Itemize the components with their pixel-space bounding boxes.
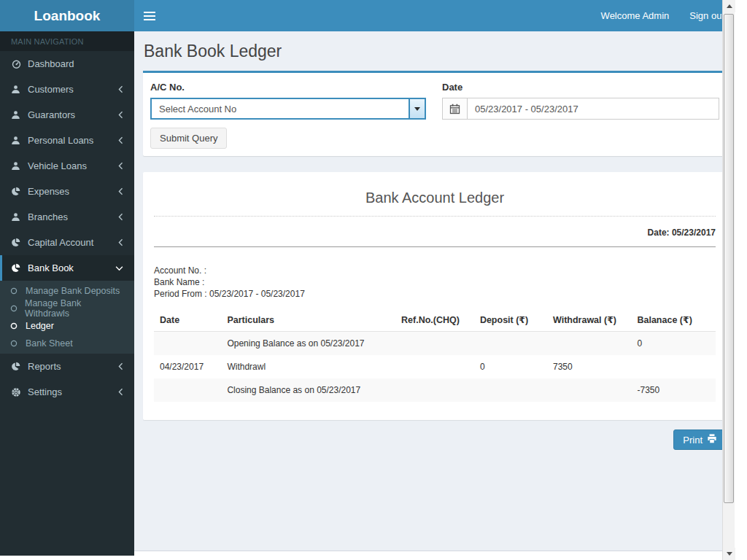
scrollbar-thumb[interactable] [724,14,734,503]
chevron-left-icon [118,187,123,195]
col-header-refno: Ref.No.(CHQ) [395,308,474,332]
scroll-down-arrow-icon[interactable] [723,548,735,560]
select-dropdown-button[interactable] [409,99,425,118]
account-no-label: A/C No. [150,82,426,93]
sidebar-item-personal-loans[interactable]: Personal Loans [0,128,134,153]
sidebar-item-label: Reports [28,361,118,372]
sidebar-item-capital-account[interactable]: Capital Account [0,230,134,255]
navbar-right: Welcome Admin Sign out [591,0,735,31]
sidebar-container: Loanbook MAIN NAVIGATION Dashboard Custo… [0,0,134,560]
sidebar-item-guarantors[interactable]: Guarantors [0,102,134,128]
sidebar-toggle-icon[interactable] [134,0,165,31]
sidebar-item-settings[interactable]: Settings [0,379,134,405]
vertical-scrollbar[interactable] [722,0,735,560]
report-title: Bank Account Ledger [154,190,716,206]
chevron-left-icon [118,111,123,119]
user-icon [11,212,28,222]
chevron-left-icon [118,238,123,246]
sidebar-item-label: Bank Book [28,262,115,273]
sidebar-item-manage-bank-withdrawls[interactable]: Manage Bank Withdrawls [0,300,134,317]
welcome-user-link[interactable]: Welcome Admin [591,0,680,31]
pie-chart-icon [11,263,28,273]
sidebar-item-vehicle-loans[interactable]: Vehicle Loans [0,153,134,179]
sidebar-section-header: MAIN NAVIGATION [0,31,134,51]
cell-deposit: 0 [474,355,547,378]
date-label: Date [442,82,719,93]
account-no-select[interactable]: Select Account No [150,98,426,120]
cell-balance: -7350 [631,378,716,402]
col-header-particulars: Particulars [221,308,395,332]
gauge-icon [11,59,28,69]
table-row: Opening Balance as on 05/23/2017 0 [154,332,716,356]
cell-withdrawal [547,378,632,402]
cell-date: 04/23/2017 [154,355,221,378]
report-date: Date: 05/23/2017 [154,228,716,238]
sidebar-item-label: Capital Account [28,237,118,248]
sidebar-item-label: Vehicle Loans [28,160,118,171]
gear-icon [11,387,28,397]
sidebar-item-label: Expenses [28,186,118,197]
sidebar-item-customers[interactable]: Customers [0,77,134,102]
sidebar-item-label: Dashboard [28,58,123,69]
sidebar-item-expenses[interactable]: Expenses [0,179,134,204]
submenu-item-label: Manage Bank Withdrawls [25,298,123,319]
sidebar-item-manage-bank-deposits[interactable]: Manage Bank Deposits [0,282,134,300]
cell-withdrawal [547,332,632,356]
cell-particulars: Withdrawl [221,355,395,378]
sidebar-item-ledger[interactable]: Ledger [0,317,134,335]
col-header-date: Date [154,308,221,332]
sidebar-item-reports[interactable]: Reports [0,354,134,379]
ledger-table: Date Particulars Ref.No.(CHQ) Deposit (₹… [154,308,716,402]
account-no-select-value: Select Account No [152,99,409,118]
col-header-balance: Balanace (₹) [631,308,716,332]
submenu-item-label: Ledger [26,321,54,331]
top-navbar: Welcome Admin Sign out [134,0,735,31]
app-window: Loanbook MAIN NAVIGATION Dashboard Custo… [0,0,735,560]
chevron-left-icon [118,136,123,144]
sidebar-item-dashboard[interactable]: Dashboard [0,51,134,77]
cell-date [154,378,221,402]
cell-balance: 0 [631,332,716,356]
table-row: 04/23/2017 Withdrawl 0 7350 [154,355,716,378]
sidebar-item-bank-sheet[interactable]: Bank Sheet [0,335,134,352]
print-button[interactable]: Print [673,429,727,450]
submenu-item-label: Manage Bank Deposits [26,286,120,296]
chevron-left-icon [118,85,123,93]
sidebar-item-label: Customers [28,84,118,95]
ledger-report-panel: Bank Account Ledger Date: 05/23/2017 Acc… [143,172,727,420]
pie-chart-icon [11,187,28,196]
cell-refno [395,378,474,402]
sidebar-nav: MAIN NAVIGATION Dashboard Customers [0,31,134,556]
date-range-group [442,98,719,120]
dotted-divider [154,216,716,217]
scroll-up-arrow-icon[interactable] [723,0,735,12]
user-icon [11,161,28,171]
account-no-line: Account No. : [154,265,716,276]
period-line: Period From : 05/23/2017 - 05/23/2017 [154,288,716,300]
table-header-row: Date Particulars Ref.No.(CHQ) Deposit (₹… [154,308,716,332]
cell-refno [395,332,474,356]
sidebar-item-label: Settings [28,386,118,397]
date-range-input[interactable] [467,98,719,120]
cell-particulars: Closing Balance as on 05/23/2017 [221,378,395,402]
submit-query-button[interactable]: Submit Query [150,128,227,149]
cell-date [154,332,221,356]
cell-deposit [474,332,547,356]
app-logo[interactable]: Loanbook [0,0,134,31]
bank-book-submenu: Manage Bank Deposits Manage Bank Withdra… [0,281,134,354]
sidebar-item-label: Personal Loans [28,135,118,146]
sidebar-item-bank-book[interactable]: Bank Book [0,255,134,281]
page-title: Bank Book Ledger [144,42,727,61]
cell-withdrawal: 7350 [547,355,632,378]
cell-deposit [474,378,547,402]
print-row: Print [143,429,727,450]
sidebar-item-label: Guarantors [28,109,118,120]
chevron-left-icon [118,162,123,170]
print-button-label: Print [683,435,703,446]
sidebar-item-branches[interactable]: Branches [0,204,134,230]
col-header-withdrawal: Withdrawal (₹) [547,308,632,332]
table-row: Closing Balance as on 05/23/2017 -7350 [154,378,716,402]
sidebar-item-label: Branches [28,211,118,222]
user-icon [11,136,28,145]
filter-box: A/C No. Select Account No Submit Query D… [143,71,727,156]
